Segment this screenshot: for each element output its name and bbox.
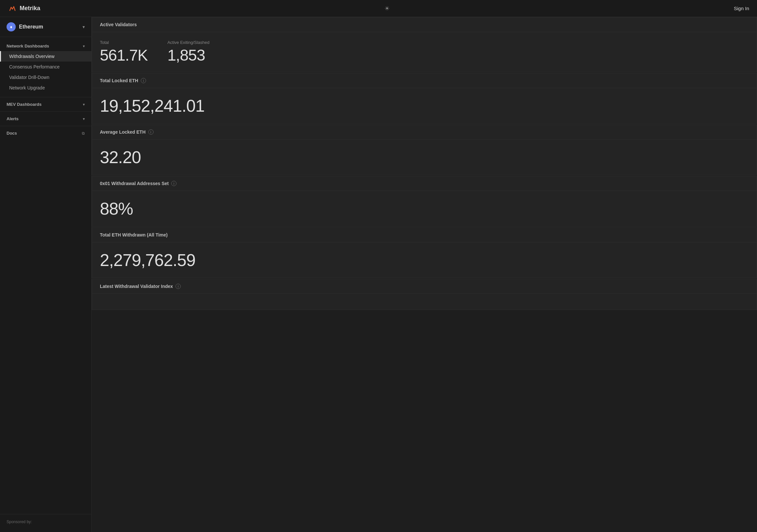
- sponsored-text: Sponsored by:: [7, 519, 85, 524]
- metric-card-5: Latest Withdrawal Validator Indexi: [92, 279, 757, 310]
- sidebar-divider-3: [0, 126, 91, 126]
- network-selector-left: ♦ Ethereum: [7, 22, 43, 31]
- mev-dashboards-header[interactable]: MEV Dashboards ▾: [0, 99, 91, 110]
- metric-card-header-3: 0x01 Withdrawal Addresses Seti: [92, 176, 757, 191]
- nav-center: ☀: [384, 5, 390, 12]
- validator-value-1: 1,853: [167, 46, 210, 64]
- validator-value-0: 561.7K: [100, 46, 148, 64]
- info-icon-1[interactable]: i: [141, 78, 146, 83]
- metric-title-0: Active Validators: [100, 22, 137, 27]
- sidebar-footer: Sponsored by:: [0, 514, 91, 532]
- metric-card-header-0: Active Validators: [92, 17, 757, 32]
- sidebar-divider-2: [0, 111, 91, 112]
- metric-card-header-4: Total ETH Withdrawn (All Time): [92, 228, 757, 242]
- validator-label-0: Total: [100, 40, 148, 45]
- sidebar-item-consensus-performance[interactable]: Consensus Performance: [0, 62, 91, 72]
- network-dashboards-header[interactable]: Network Dashboards ▾: [0, 42, 91, 51]
- sidebar-item-withdrawals-overview[interactable]: Withdrawals Overview: [0, 51, 91, 62]
- mev-dashboards-title: MEV Dashboards: [7, 102, 42, 107]
- network-chevron-icon: ▾: [82, 24, 85, 29]
- metric-title-3: 0x01 Withdrawal Addresses Set: [100, 181, 168, 186]
- metric-card-body-2: 32.20: [92, 140, 757, 175]
- ethereum-icon: ♦: [7, 22, 16, 31]
- metric-card-0: Active ValidatorsTotal561.7KActive Exiti…: [92, 17, 757, 73]
- metric-card-body-3: 88%: [92, 191, 757, 226]
- docs-label: Docs: [7, 131, 17, 136]
- alerts-header[interactable]: Alerts ▾: [0, 113, 91, 124]
- sidebar-divider-1: [0, 97, 91, 97]
- metric-title-4: Total ETH Withdrawn (All Time): [100, 232, 167, 237]
- docs-external-icon: ⧉: [82, 131, 85, 136]
- network-name: Ethereum: [19, 24, 43, 30]
- metric-title-1: Total Locked ETH: [100, 78, 138, 83]
- metric-value-2: 32.20: [100, 147, 749, 167]
- metric-value-4: 2,279,762.59: [100, 250, 749, 270]
- validator-label-1: Active Exiting/Slashed: [167, 40, 210, 45]
- metric-card-header-2: Average Locked ETHi: [92, 125, 757, 140]
- metric-value-3: 88%: [100, 199, 749, 218]
- metric-card-header-1: Total Locked ETHi: [92, 73, 757, 88]
- validator-stat-0: Total561.7K: [100, 40, 148, 64]
- top-nav: Metrika ☀ Sign In: [0, 0, 757, 17]
- network-dashboards-title: Network Dashboards: [7, 44, 49, 48]
- alerts-chevron: ▾: [83, 117, 85, 121]
- info-icon-5[interactable]: i: [175, 284, 181, 289]
- metric-card-3: 0x01 Withdrawal Addresses Seti88%: [92, 176, 757, 227]
- main-layout: ♦ Ethereum ▾ Network Dashboards ▾ Withdr…: [0, 17, 757, 532]
- mev-dashboards-chevron: ▾: [83, 102, 85, 107]
- metric-card-2: Average Locked ETHi32.20: [92, 124, 757, 175]
- sign-in-button[interactable]: Sign In: [734, 6, 749, 11]
- network-selector[interactable]: ♦ Ethereum ▾: [0, 17, 91, 37]
- validators-grid: Total561.7KActive Exiting/Slashed1,853: [100, 40, 749, 64]
- info-icon-2[interactable]: i: [148, 129, 154, 135]
- network-dashboards-section: Network Dashboards ▾ Withdrawals Overvie…: [0, 37, 91, 96]
- app-name: Metrika: [20, 5, 40, 12]
- main-content: Active ValidatorsTotal561.7KActive Exiti…: [92, 17, 757, 532]
- network-dashboards-chevron: ▾: [83, 44, 85, 48]
- metric-title-2: Average Locked ETH: [100, 129, 146, 135]
- alerts-title: Alerts: [7, 116, 19, 121]
- sidebar-item-network-upgrade[interactable]: Network Upgrade: [0, 82, 91, 93]
- metric-card-body-5: [92, 294, 757, 310]
- metric-title-5: Latest Withdrawal Validator Index: [100, 284, 173, 289]
- info-icon-3[interactable]: i: [171, 181, 176, 186]
- metric-card-body-0: Total561.7KActive Exiting/Slashed1,853: [92, 32, 757, 72]
- metric-card-body-1: 19,152,241.01: [92, 88, 757, 123]
- validator-stat-1: Active Exiting/Slashed1,853: [167, 40, 210, 64]
- metrika-logo-icon: [8, 4, 17, 13]
- docs-item[interactable]: Docs ⧉: [0, 127, 91, 139]
- metric-card-header-5: Latest Withdrawal Validator Indexi: [92, 279, 757, 294]
- metric-value-1: 19,152,241.01: [100, 96, 749, 116]
- metric-card-1: Total Locked ETHi19,152,241.01: [92, 73, 757, 124]
- metric-card-4: Total ETH Withdrawn (All Time)2,279,762.…: [92, 227, 757, 278]
- sidebar: ♦ Ethereum ▾ Network Dashboards ▾ Withdr…: [0, 17, 92, 532]
- metric-card-body-4: 2,279,762.59: [92, 242, 757, 278]
- sidebar-item-validator-drilldown[interactable]: Validator Drill-Down: [0, 72, 91, 82]
- theme-toggle-icon[interactable]: ☀: [384, 5, 390, 12]
- logo: Metrika: [8, 4, 40, 13]
